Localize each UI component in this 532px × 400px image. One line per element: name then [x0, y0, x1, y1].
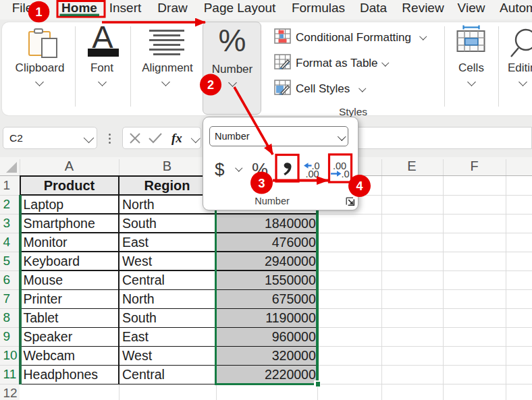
svg-text:1: 1	[35, 5, 42, 19]
svg-text:4: 4	[356, 179, 363, 193]
svg-text:3: 3	[258, 177, 265, 190]
svg-text:2: 2	[207, 78, 214, 92]
